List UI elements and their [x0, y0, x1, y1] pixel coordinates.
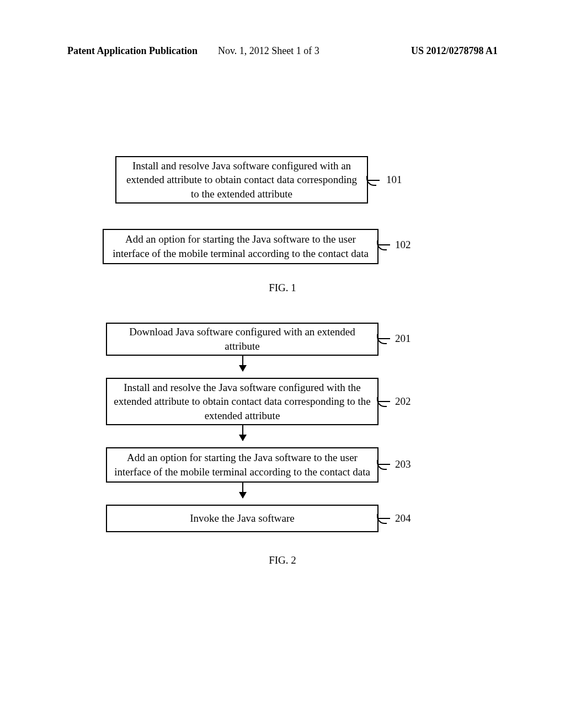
connector-102: [378, 244, 390, 245]
figure-2-caption: FIG. 2: [269, 554, 296, 566]
flow-box-204: Invoke the Java software: [106, 505, 379, 532]
reference-label-204: 204: [395, 512, 411, 524]
flow-box-202: Install and resolve the Java software co…: [106, 378, 379, 425]
connector-202: [378, 401, 390, 402]
flow-box-101-text: Install and resolve Java software config…: [123, 159, 360, 201]
flow-box-204-text: Invoke the Java software: [190, 511, 294, 526]
flow-box-202-text: Install and resolve the Java software co…: [114, 381, 371, 423]
reference-label-101: 101: [386, 174, 402, 186]
header-pub-number: US 2012/0278798 A1: [411, 45, 498, 57]
flow-box-203-text: Add an option for starting the Java soft…: [114, 451, 371, 479]
header-publication: Patent Application Publication: [67, 45, 198, 57]
flow-box-101: Install and resolve Java software config…: [115, 156, 368, 204]
flow-box-203: Add an option for starting the Java soft…: [106, 447, 379, 483]
reference-label-202: 202: [395, 395, 411, 408]
arrow-202-203: [242, 425, 243, 441]
flow-box-201: Download Java software configured with a…: [106, 323, 379, 356]
figure-1-caption: FIG. 1: [269, 282, 296, 294]
reference-label-203: 203: [395, 458, 411, 470]
arrow-201-202: [242, 356, 243, 371]
connector-101: [367, 180, 380, 181]
flow-box-102-text: Add an option for starting the Java soft…: [110, 232, 371, 260]
header-date-sheet: Nov. 1, 2012 Sheet 1 of 3: [218, 45, 319, 57]
connector-204: [378, 518, 390, 519]
flow-box-201-text: Download Java software configured with a…: [114, 325, 371, 353]
connector-203: [378, 464, 390, 465]
reference-label-201: 201: [395, 333, 411, 345]
arrow-203-204: [242, 483, 243, 498]
flow-box-102: Add an option for starting the Java soft…: [103, 229, 379, 264]
connector-201: [378, 338, 390, 339]
reference-label-102: 102: [395, 239, 411, 251]
